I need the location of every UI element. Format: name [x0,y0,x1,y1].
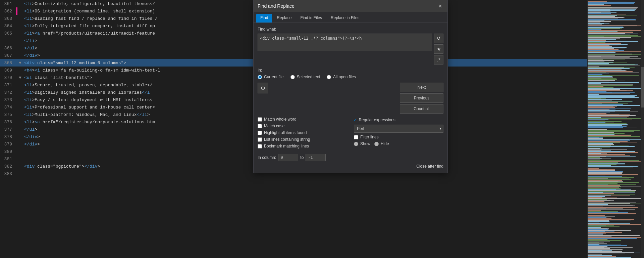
in-column-label: In column: [258,155,276,160]
line-content: </div> [23,134,40,139]
regex-type-select[interactable]: Perl POSIX Extended POSIX Basic [354,125,443,133]
selected-text-option[interactable]: Selected text [290,75,320,79]
line-number: 372 [0,90,16,95]
line-content: <li>Fully integrated file compare, insta… [23,24,155,29]
in-options-row: Current file Selected text All open file… [258,75,443,79]
regex-icon-button[interactable]: .* [434,55,443,64]
fold-icon[interactable]: ▼ [17,60,23,66]
minimap-content [587,0,644,258]
column-from-input[interactable] [278,154,298,161]
line-number: 365 [0,31,16,36]
line-number: 378 [0,134,16,139]
filter-lines-option[interactable]: Filter lines [354,135,443,139]
in-label: In: [258,68,443,73]
tab-replace-in-files[interactable]: Replace in Files [327,14,363,23]
tab-replace[interactable]: Replace [273,14,296,23]
filter-lines-label: Filter lines [360,135,379,139]
line-content: <ul class="list-benefits"> [23,75,92,80]
line-number: 380 [0,149,16,154]
regex-type-wrapper: Perl POSIX Extended POSIX Basic ▼ [354,125,443,133]
options-section: Match whole word Match case Highlight al… [258,117,443,150]
hide-label: Hide [381,141,389,146]
tab-find[interactable]: Find [256,14,272,23]
column-to-input[interactable] [306,154,326,161]
match-case-label: Match case [264,124,284,128]
line-number: 362 [0,9,16,14]
find-what-label: Find what: [258,27,443,32]
line-number: 382 [0,164,16,169]
show-option[interactable]: Show [354,141,370,146]
show-label: Show [360,141,370,146]
current-file-option[interactable]: Current file [258,75,284,79]
dialog-titlebar: Find and Replace × [254,0,447,12]
history-icon-button[interactable]: ↺ [434,34,443,43]
regex-checkmark-icon: ✓ [354,117,357,123]
bottom-row: Close after find [258,164,443,169]
match-whole-word-checkbox[interactable] [258,117,262,122]
in-section: In: Current file Selected text All open … [258,68,443,79]
close-after-find-link[interactable]: Close after find [416,164,443,169]
line-number: 381 [0,157,16,162]
previous-button[interactable]: Previous [400,93,443,103]
list-lines-checkbox[interactable] [258,137,262,142]
selected-text-label: Selected text [297,75,320,79]
all-open-files-option[interactable]: All open files [327,75,356,79]
bookmark-matching-checkbox[interactable] [258,144,262,148]
line-number: 367 [0,53,16,58]
show-radio[interactable] [354,142,358,146]
line-content: <li>Blazing fast find / replace and find… [23,16,158,21]
line-content: <li><a href="/products/ultraedit/ultraed… [23,31,155,36]
line-content: <li>Secure, trusted, proven, dependable,… [23,83,152,88]
scrollbar-thumb[interactable] [641,67,644,108]
list-lines-label: List lines containing string [264,137,310,142]
tab-find-in-files[interactable]: Find in Files [296,14,326,23]
to-label: to [300,155,304,160]
selected-text-radio[interactable] [290,75,295,79]
line-number: 375 [0,112,16,117]
line-content: </li> [23,38,37,43]
action-buttons: Next Previous Count all [400,83,443,114]
line-number: 377 [0,127,16,132]
line-number: 371 [0,83,16,88]
line-content: <li>Easy / silent deployment with MSI in… [23,97,152,102]
dialog-body: Find what: <div class="small-12 .*? colu… [254,23,447,173]
bookmark-icon-button[interactable]: ★ [434,44,443,54]
line-content: <li><a href="/register-buy/corporate-sol… [23,120,155,125]
line-number: 363 [0,16,16,21]
line-content: </div> [23,53,40,58]
fold-icon[interactable]: ▼ [17,75,23,80]
line-number: 376 [0,120,16,125]
hide-option[interactable]: Hide [374,141,389,146]
bookmark-matching-option[interactable]: Bookmark matching lines [258,144,347,148]
dialog-close-button[interactable]: × [437,3,443,9]
match-whole-word-option[interactable]: Match whole word [258,117,347,122]
highlight-all-option[interactable]: Highlight all items found [258,130,347,135]
line-number: 379 [0,142,16,147]
line-number: 369 [0,68,16,73]
next-button[interactable]: Next [400,83,443,92]
find-icons: ↺ ★ .* [434,34,443,64]
regex-select-row: Perl POSIX Extended POSIX Basic ▼ [354,125,443,133]
count-all-button[interactable]: Count all [400,104,443,114]
hide-radio[interactable] [374,142,379,146]
list-lines-option[interactable]: List lines containing string [258,137,347,142]
current-file-radio[interactable] [258,75,262,79]
line-content: <li>Customizable, configurable, beautifu… [23,1,155,6]
match-case-checkbox[interactable] [258,124,262,128]
match-case-option[interactable]: Match case [258,124,347,128]
dialog-tabs: Find Replace Find in Files Replace in Fi… [254,12,447,23]
line-content: <li>Professional support and in-house ca… [23,105,155,110]
all-open-files-radio[interactable] [327,75,331,79]
gear-button[interactable]: ⚙ [258,83,268,93]
find-what-input[interactable]: <div class="small-12 .*? columns">(?=\s*… [258,34,432,51]
line-number: 373 [0,97,16,102]
minimap-panel [587,0,644,258]
regex-label: Regular expressions: [359,118,396,122]
pink-bar [16,7,17,15]
highlight-all-checkbox[interactable] [258,131,262,135]
line-number: 374 [0,105,16,110]
line-number: 383 [0,171,16,176]
bookmark-matching-label: Bookmark matching lines [264,144,309,148]
line-content: <li>Multi-platform: Windows, Mac, and Li… [23,112,150,117]
filter-lines-checkbox[interactable] [354,135,358,139]
